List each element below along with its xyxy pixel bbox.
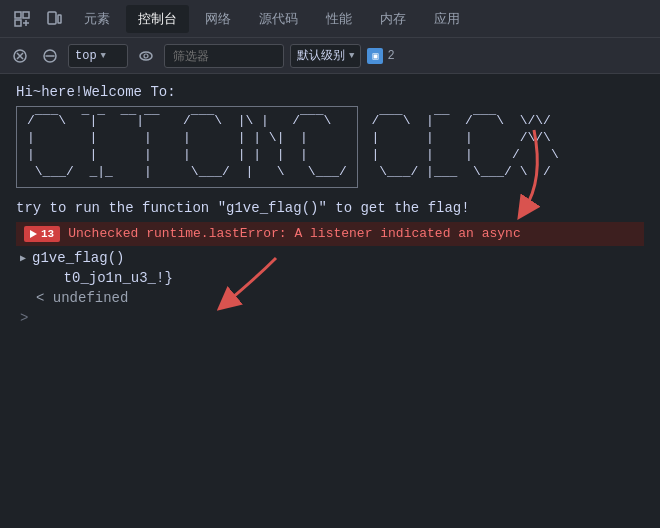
output-line: t0_jo1n_u3_!} xyxy=(16,268,644,288)
top-nav: 元素 控制台 网络 源代码 性能 内存 应用 xyxy=(0,0,660,38)
context-selector[interactable]: top ▼ xyxy=(68,44,128,68)
level-arrow-icon: ▼ xyxy=(349,51,354,61)
tab-performance[interactable]: 性能 xyxy=(314,5,364,33)
ascii-art-banner2: /¯¯¯\ |¯¯ /¯¯¯\ \/\/ | | | /\/\ | | | / … xyxy=(367,107,562,187)
svg-rect-0 xyxy=(15,12,21,18)
context-arrow-icon: ▼ xyxy=(101,51,106,61)
context-label: top xyxy=(75,49,97,63)
output-text: t0_jo1n_u3_!} xyxy=(64,270,173,286)
block-icon[interactable] xyxy=(38,44,62,68)
output-container: t0_jo1n_u3_!} xyxy=(16,268,644,288)
svg-rect-2 xyxy=(15,20,21,26)
message-count: 2 xyxy=(387,49,394,63)
error-message: Unchecked runtime.lastError: A listener … xyxy=(68,226,520,241)
svg-rect-1 xyxy=(23,12,29,18)
tab-application[interactable]: 应用 xyxy=(422,5,472,33)
level-selector[interactable]: 默认级别 ▼ xyxy=(290,44,361,68)
tab-memory[interactable]: 内存 xyxy=(368,5,418,33)
svg-point-8 xyxy=(144,54,148,58)
svg-rect-3 xyxy=(48,12,56,24)
eye-icon[interactable] xyxy=(134,44,158,68)
clear-console-button[interactable] xyxy=(8,44,32,68)
result-line: < undefined xyxy=(16,288,644,308)
welcome-text: Hi~here!Welcome To: xyxy=(16,84,644,100)
console-content: Hi~here!Welcome To: /¯¯¯\ ¯|¯ ¯¯|¯¯ /¯¯¯… xyxy=(0,74,660,528)
message-icon: ▣ xyxy=(367,48,383,64)
error-row: 13 Unchecked runtime.lastError: A listen… xyxy=(16,222,644,246)
svg-rect-4 xyxy=(58,15,61,23)
tab-elements[interactable]: 元素 xyxy=(72,5,122,33)
function-call-text: g1ve_flag() xyxy=(32,250,124,266)
level-label: 默认级别 xyxy=(297,47,345,64)
result-text: < undefined xyxy=(36,290,128,306)
toolbar: top ▼ 默认级别 ▼ ▣ 2 xyxy=(0,38,660,74)
error-badge: 13 xyxy=(24,226,60,242)
try-text: try to run the function "g1ve_flag()" to… xyxy=(16,200,644,216)
filter-input[interactable] xyxy=(164,44,284,68)
play-icon xyxy=(30,230,37,238)
inspect-icon[interactable] xyxy=(8,5,36,33)
ascii-art-banner: /¯¯¯\ ¯|¯ ¯¯|¯¯ /¯¯¯\ |\ | /¯¯¯\ | | | |… xyxy=(16,106,358,188)
expand-icon: ▶ xyxy=(20,252,26,264)
device-icon[interactable] xyxy=(40,5,68,33)
tab-network[interactable]: 网络 xyxy=(193,5,243,33)
console-prompt[interactable]: > xyxy=(16,308,644,328)
function-call-line[interactable]: ▶ g1ve_flag() xyxy=(16,248,644,268)
indent-space xyxy=(20,270,54,286)
svg-point-7 xyxy=(140,52,152,60)
error-count: 13 xyxy=(41,228,54,240)
tab-console[interactable]: 控制台 xyxy=(126,5,189,33)
prompt-char: > xyxy=(20,310,28,326)
tab-sources[interactable]: 源代码 xyxy=(247,5,310,33)
message-badge: ▣ 2 xyxy=(367,48,394,64)
